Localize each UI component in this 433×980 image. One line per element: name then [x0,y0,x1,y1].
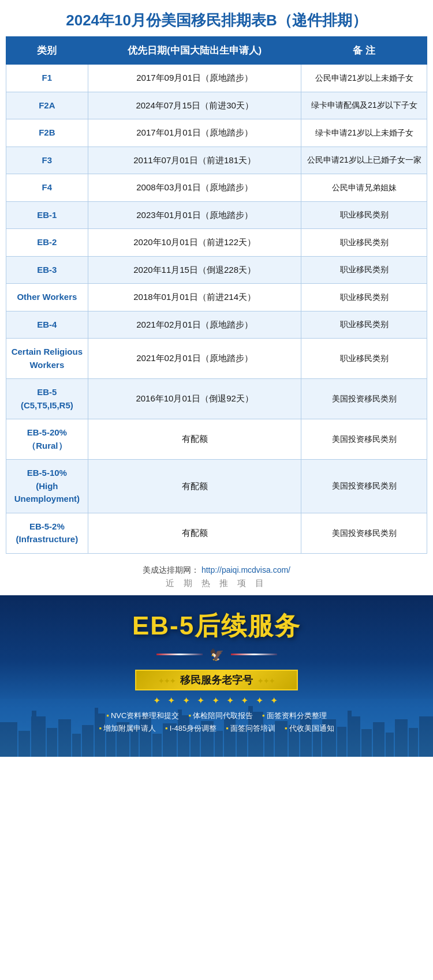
bottom-banner: EB-5后续服务 🦅 移民服务老字号 ✦ ✦ ✦ ✦ ✦ ✦ ✦ ✦ ✦ NVC… [0,595,433,757]
cell-note: 美国投资移民类别 [301,419,427,460]
svg-rect-26 [264,731,274,757]
table-row: EB-5-10% (High Unemployment)有配额美国投资移民类别 [6,460,427,513]
cell-date: 2024年07月15日（前进30天） [88,92,301,119]
feature-6: 面签问答培训 [226,723,275,734]
table-row: EB-5 (C5,T5,I5,R5)2016年10月01日（倒退92天）美国投资… [6,379,427,419]
cell-category: Other Workers [6,284,88,311]
svg-rect-7 [72,734,81,757]
table-row: F2B2017年01月01日（原地踏步）绿卡申请21岁以上未婚子女 [6,119,427,147]
cell-note: 美国投资移民类别 [301,379,427,419]
col-note: 备 注 [301,37,427,65]
cell-date: 2017年01月01日（原地踏步） [88,119,301,147]
table-row: F12017年09月01日（原地踏步）公民申请21岁以上未婚子女 [6,65,427,92]
banner-title-sub: 移民服务老字号 [135,670,298,690]
cell-date: 2017年09月01日（原地踏步） [88,65,301,92]
col-date: 优先日期(中国大陆出生申请人) [88,37,301,65]
feature-7: 代收美国通知 [285,723,334,734]
cell-note: 公民申请21岁以上未婚子女 [301,65,427,92]
cell-note: 绿卡申请配偶及21岁以下子女 [301,92,427,119]
svg-rect-37 [386,733,394,757]
svg-rect-15 [152,734,162,757]
feature-1: NVC资料整理和提交 [106,711,179,721]
website-label: 美成达排期网： [143,565,199,575]
banner-content: EB-5后续服务 🦅 移民服务老字号 ✦ ✦ ✦ ✦ ✦ ✦ ✦ ✦ ✦ NVC… [12,609,421,734]
cell-note: 职业移民类别 [301,284,427,311]
cell-note: 职业移民类别 [301,229,427,257]
table-wrapper: 类别 优先日期(中国大陆出生申请人) 备 注 F12017年09月01日（原地踏… [0,36,433,560]
cell-note: 绿卡申请21岁以上未婚子女 [301,119,427,147]
banner-title-main: EB-5后续服务 [12,609,421,643]
table-row: F42008年03月01日（原地踏步）公民申请兄弟姐妹 [6,174,427,202]
feature-2: 体检陪同代取报告 [188,711,253,721]
cell-date: 2023年01月01日（原地踏步） [88,201,301,229]
table-row: EB-5-20% （Rural）有配额美国投资移民类别 [6,419,427,460]
feature-5: I-485身份调整 [165,723,216,734]
table-row: Certain Religious Workers2021年02月01日（原地踏… [6,339,427,379]
cell-date: 2008年03月01日（原地踏步） [88,174,301,202]
table-row: EB-42021年02月01日（原地踏步）职业移民类别 [6,311,427,339]
cell-note: 美国投资移民类别 [301,513,427,553]
cell-category: EB-3 [6,256,88,284]
cell-note: 职业移民类别 [301,339,427,379]
banner-flag: 🦅 [12,648,421,662]
cell-category: F2A [6,92,88,119]
cell-date: 有配额 [88,419,301,460]
svg-rect-11 [106,731,115,757]
cell-note: 公民申请兄弟姐妹 [301,174,427,202]
cell-date: 2021年02月01日（原地踏步） [88,311,301,339]
cell-date: 2020年10月01日（前进122天） [88,229,301,257]
cell-note: 职业移民类别 [301,311,427,339]
footer-website: 美成达排期网： http://paiqi.mcdvisa.com/ [0,565,433,576]
cell-date: 有配额 [88,513,301,553]
cell-category: EB-5 (C5,T5,I5,R5) [6,379,88,419]
flag-line-right [231,654,277,655]
feature-3: 面签资料分类整理 [262,711,327,721]
svg-rect-2 [18,731,30,757]
website-link[interactable]: http://paiqi.mcdvisa.com/ [201,565,290,575]
cell-category: EB-4 [6,311,88,339]
col-category: 类别 [6,37,88,65]
svg-rect-30 [313,731,321,757]
cell-category: EB-2 [6,229,88,257]
cell-category: F4 [6,174,88,202]
cell-category: EB-1 [6,201,88,229]
feature-4: 增加附属申请人 [99,723,156,734]
cell-category: EB-5-10% (High Unemployment) [6,460,88,513]
cell-category: F3 [6,147,88,174]
footer-hot: 近 期 热 推 项 目 [0,578,433,589]
banner-features-row2: 增加附属申请人 I-485身份调整 面签问答培训 代收美国通知 [12,723,421,734]
table-row: F32011年07月01日（前进181天）公民申请21岁以上已婚子女一家 [6,147,427,174]
cell-note: 公民申请21岁以上已婚子女一家 [301,147,427,174]
cell-date: 2011年07月01日（前进181天） [88,147,301,174]
cell-date: 2016年10月01日（倒退92天） [88,379,301,419]
table-row: EB-5-2% (Infrastructure)有配额美国投资移民类别 [6,513,427,553]
footer-section: 美成达排期网： http://paiqi.mcdvisa.com/ 近 期 热 … [0,560,433,595]
main-table: 类别 优先日期(中国大陆出生申请人) 备 注 F12017年09月01日（原地踏… [6,36,427,554]
table-row: EB-32020年11月15日（倒退228天）职业移民类别 [6,256,427,284]
cell-note: 职业移民类别 [301,256,427,284]
table-row: EB-12023年01月01日（原地踏步）职业移民类别 [6,201,427,229]
cell-date: 2020年11月15日（倒退228天） [88,256,301,284]
cell-date: 有配额 [88,460,301,513]
cell-date: 2018年01月01日（前进214天） [88,284,301,311]
cell-note: 职业移民类别 [301,201,427,229]
cell-note: 美国投资移民类别 [301,460,427,513]
svg-rect-21 [215,731,223,757]
table-row: F2A2024年07月15日（前进30天）绿卡申请配偶及21岁以下子女 [6,92,427,119]
flag-line-left [156,654,203,655]
banner-features-row1: NVC资料整理和提交 体检陪同代取报告 面签资料分类整理 [12,711,421,721]
table-row: EB-22020年10月01日（前进122天）职业移民类别 [6,229,427,257]
main-title: 2024年10月份美国移民排期表B（递件排期） [6,10,427,31]
table-body: F12017年09月01日（原地踏步）公民申请21岁以上未婚子女F2A2024年… [6,65,427,554]
banner-divider: ✦ ✦ ✦ ✦ ✦ ✦ ✦ ✦ ✦ [12,695,421,706]
table-header-row: 类别 优先日期(中国大陆出生申请人) 备 注 [6,37,427,65]
cell-category: EB-5-2% (Infrastructure) [6,513,88,553]
table-row: Other Workers2018年01月01日（前进214天）职业移民类别 [6,284,427,311]
cell-category: Certain Religious Workers [6,339,88,379]
cell-category: F2B [6,119,88,147]
cell-category: EB-5-20% （Rural） [6,419,88,460]
title-section: 2024年10月份美国移民排期表B（递件排期） [0,0,433,36]
cell-date: 2021年02月01日（原地踏步） [88,339,301,379]
cell-category: F1 [6,65,88,92]
